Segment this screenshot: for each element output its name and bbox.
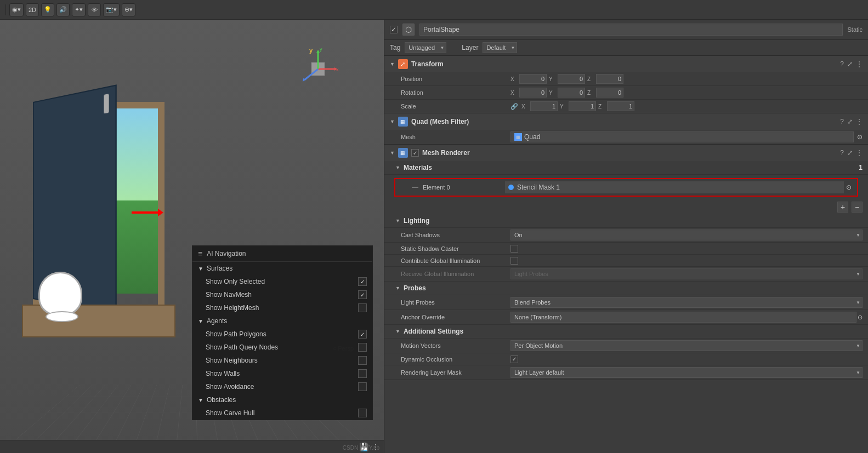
mesh-name: Quad bbox=[524, 133, 540, 141]
inspector-panel: ✓ ⬡ Static Tag Untagged ▼ Layer Default … bbox=[384, 20, 868, 453]
anchor-override-row: Anchor Override None (Transform) ⊙ bbox=[384, 310, 868, 325]
layer-dropdown[interactable]: Default bbox=[483, 42, 517, 53]
menu-show-path-query-nodes[interactable]: Show Path Query Nodes bbox=[192, 341, 372, 354]
lighting-section-header[interactable]: ▼ Lighting bbox=[384, 214, 868, 228]
menu-show-carve-hull[interactable]: Show Carve Hull bbox=[192, 406, 372, 420]
top-toolbar: ◉▾ 2D 💡 🔊 ✦▾ 👁 📷▾ ⊕▾ bbox=[0, 0, 868, 20]
rendering-layer-mask-value: Light Layer default ▼ bbox=[510, 367, 863, 378]
show-only-selected-check[interactable]: ✓ bbox=[358, 277, 367, 286]
mesh-target-icon[interactable]: ⊙ bbox=[857, 133, 863, 141]
position-z-input[interactable] bbox=[596, 74, 623, 84]
menu-show-path-polygons[interactable]: Show Path Polygons ✓ bbox=[192, 328, 372, 341]
rotation-y-input[interactable] bbox=[558, 88, 585, 98]
materials-section-header[interactable]: ▼ Materials 1 bbox=[384, 161, 868, 175]
motion-vectors-select[interactable]: Per Object Motion bbox=[510, 340, 863, 351]
show-path-query-nodes-check[interactable] bbox=[358, 343, 367, 352]
material-add-btn[interactable]: + bbox=[837, 202, 848, 213]
show-path-query-nodes-label: Show Path Query Nodes bbox=[206, 343, 358, 351]
rotation-x-input[interactable] bbox=[519, 88, 547, 98]
toolbar-camera-btn[interactable]: 📷▾ bbox=[103, 3, 120, 16]
mesh-renderer-check[interactable]: ✓ bbox=[411, 149, 419, 157]
toolbar-light-btn[interactable]: 💡 bbox=[41, 3, 54, 16]
transform-header[interactable]: ▼ ⤢ Transform ? ⤢ ⋮ bbox=[384, 56, 868, 72]
toolbar-2d-btn[interactable]: 2D bbox=[26, 3, 39, 16]
toolbar-hidden-btn[interactable]: 👁 bbox=[88, 3, 101, 16]
rotation-z-input[interactable] bbox=[596, 88, 623, 98]
agents-section[interactable]: ▼ Agents bbox=[192, 314, 372, 328]
cast-shadows-select[interactable]: On bbox=[510, 230, 863, 240]
position-value: X Y Z bbox=[510, 74, 863, 84]
mesh-renderer-icon: ▦ bbox=[398, 148, 408, 158]
light-probes-select[interactable]: Blend Probes bbox=[510, 297, 863, 308]
scale-z-field: Z bbox=[598, 101, 634, 111]
static-shadow-caster-value bbox=[510, 245, 863, 253]
scale-y-input[interactable] bbox=[569, 101, 596, 111]
transform-icon: ⤢ bbox=[398, 59, 408, 69]
menu-show-navmesh[interactable]: Show NavMesh ✓ bbox=[192, 288, 372, 301]
additional-settings-header[interactable]: ▼ Additional Settings bbox=[384, 325, 868, 339]
toolbar-gizmos-btn[interactable]: ⊕▾ bbox=[122, 3, 135, 16]
stencil-mask-icon bbox=[508, 185, 514, 190]
show-path-polygons-check[interactable]: ✓ bbox=[358, 330, 367, 339]
dynamic-occlusion-checkbox[interactable] bbox=[510, 355, 518, 363]
mesh-filter-header[interactable]: ▼ ▦ Quad (Mesh Filter) ? ⤢ ⋮ bbox=[384, 113, 868, 130]
show-carve-hull-check[interactable] bbox=[358, 409, 367, 417]
scale-z-input[interactable] bbox=[607, 101, 634, 111]
position-z-field: Z bbox=[587, 74, 623, 84]
object-icon: ⬡ bbox=[402, 23, 415, 36]
show-navmesh-check[interactable]: ✓ bbox=[358, 290, 367, 299]
receive-gi-select[interactable]: Light Probes bbox=[510, 268, 863, 279]
material-remove-btn[interactable]: − bbox=[852, 202, 863, 213]
receive-gi-row: Receive Global Illumination Light Probes… bbox=[384, 267, 868, 282]
rotation-z-field: Z bbox=[587, 88, 623, 98]
mesh-filter-resize-icon[interactable]: ⤢ bbox=[847, 118, 853, 125]
surfaces-section[interactable]: ▼ Surfaces bbox=[192, 262, 372, 275]
cast-shadows-label: Cast Shadows bbox=[401, 232, 510, 238]
transform-help-icon[interactable]: ? bbox=[840, 60, 844, 68]
show-walls-check[interactable] bbox=[358, 369, 367, 378]
materials-title: Materials bbox=[404, 164, 432, 171]
mesh-renderer-resize-icon[interactable]: ⤢ bbox=[847, 149, 853, 157]
mesh-renderer-menu-icon[interactable]: ⋮ bbox=[856, 149, 863, 157]
menu-show-only-selected[interactable]: Show Only Selected ✓ bbox=[192, 275, 372, 288]
tag-dropdown[interactable]: Untagged bbox=[405, 42, 446, 53]
scale-z-label: Z bbox=[598, 104, 606, 110]
mesh-filter-help-icon[interactable]: ? bbox=[840, 118, 844, 125]
toolbar-effects-btn[interactable]: ✦▾ bbox=[72, 3, 86, 16]
mesh-filter-menu-icon[interactable]: ⋮ bbox=[856, 118, 863, 125]
element-0-target-icon[interactable]: ⊙ bbox=[846, 184, 852, 191]
transform-menu-icon[interactable]: ⋮ bbox=[856, 60, 863, 68]
obstacles-section[interactable]: ▼ Obstacles bbox=[192, 393, 372, 406]
static-shadow-caster-checkbox[interactable] bbox=[510, 245, 518, 253]
menu-show-heightmesh[interactable]: Show HeightMesh bbox=[192, 301, 372, 314]
anchor-override-target-icon[interactable]: ⊙ bbox=[858, 314, 863, 321]
transform-resize-icon[interactable]: ⤢ bbox=[847, 60, 853, 68]
mesh-renderer-header[interactable]: ▼ ▦ ✓ Mesh Renderer ? ⤢ ⋮ bbox=[384, 145, 868, 161]
toolbar-audio-btn[interactable]: 🔊 bbox=[56, 3, 70, 16]
menu-show-neighbours[interactable]: Show Neighbours bbox=[192, 354, 372, 367]
object-name-input[interactable] bbox=[419, 24, 843, 36]
anchor-override-select[interactable]: None (Transform) bbox=[510, 312, 856, 323]
show-neighbours-check[interactable] bbox=[358, 356, 367, 365]
mesh-renderer-help-icon[interactable]: ? bbox=[840, 149, 844, 157]
scale-y-field: Y bbox=[560, 101, 596, 111]
object-active-checkbox[interactable]: ✓ bbox=[390, 26, 398, 33]
show-heightmesh-check[interactable] bbox=[358, 303, 367, 312]
svg-text:y: y bbox=[320, 47, 322, 52]
toolbar-display-btn[interactable]: ◉▾ bbox=[9, 3, 24, 16]
probes-section-header[interactable]: ▼ Probes bbox=[384, 282, 868, 295]
mesh-filter-title: Quad (Mesh Filter) bbox=[411, 118, 837, 125]
rendering-layer-mask-label: Rendering Layer Mask bbox=[401, 369, 510, 376]
rendering-layer-mask-select[interactable]: Light Layer default bbox=[510, 367, 863, 378]
contribute-gi-checkbox[interactable] bbox=[510, 257, 518, 265]
surfaces-label: Surfaces bbox=[207, 265, 232, 272]
position-y-input[interactable] bbox=[558, 74, 585, 84]
material-dash: — bbox=[412, 184, 418, 191]
position-x-input[interactable] bbox=[519, 74, 547, 84]
scale-x-input[interactable] bbox=[530, 101, 558, 111]
show-avoidance-check[interactable] bbox=[358, 382, 367, 391]
scale-lock-icon[interactable]: 🔗 bbox=[510, 103, 518, 110]
toolbar-separator-1 bbox=[5, 4, 6, 15]
menu-show-avoidance[interactable]: Show Avoidance bbox=[192, 380, 372, 393]
menu-show-walls[interactable]: Show Walls bbox=[192, 367, 372, 380]
